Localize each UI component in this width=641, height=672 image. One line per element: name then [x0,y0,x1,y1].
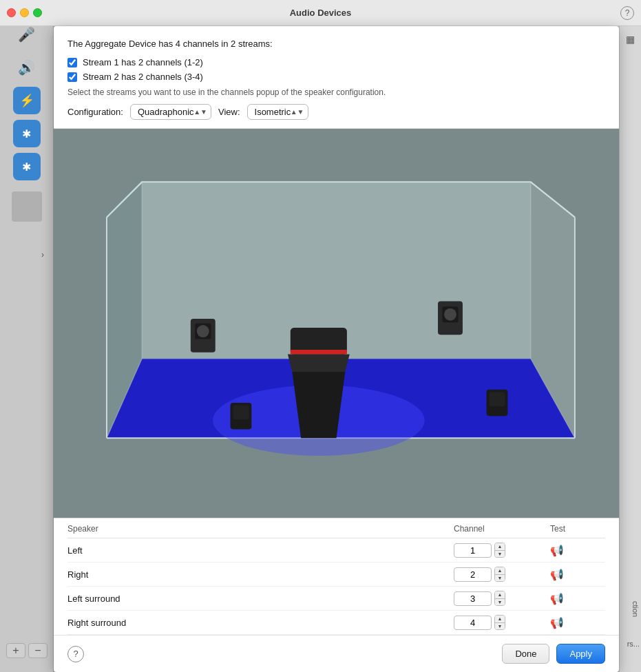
svg-point-23 [197,325,209,337]
table-header-row: Speaker Channel Test [67,518,605,538]
device-thumbnail [12,191,42,222]
view-select-wrapper: Isometric Top Front Side ▲▼ [247,104,308,120]
channel-up-left-surround[interactable]: ▲ [495,591,505,599]
config-row: Configuration: Quadraphonic Stereo 5.1 S… [67,104,605,120]
sidebar-controls: + − [0,643,54,658]
sidebar: 🎤 🔊 ⚡ ✱ ✱ + − [0,0,54,672]
action-buttons: Done Apply [502,644,605,664]
titlebar-help-button[interactable]: ? [620,6,634,20]
apply-button[interactable]: Apply [556,644,605,664]
table-row: Right ▲ ▼ 📢 [67,563,605,587]
svg-rect-20 [291,350,347,354]
stream2-label: Stream 2 has 2 channels (3-4) [83,72,203,82]
dialog-help-button[interactable]: ? [67,646,84,662]
channel-stepper-left: ▲ ▼ [454,543,550,558]
channel-input-right[interactable] [454,567,492,582]
channel-stepper-left-surround: ▲ ▼ [454,591,550,606]
maximize-button[interactable] [33,8,42,17]
channel-stepper-control-right[interactable]: ▲ ▼ [494,567,505,582]
table-row: Left surround ▲ ▼ 📢 [67,587,605,611]
channel-down-left-surround[interactable]: ▼ [495,599,505,606]
dialog-header-section: The Aggregate Device has 4 channels in 2… [54,26,619,129]
test-speaker-left[interactable]: 📢 [550,545,564,556]
test-cell-right-surround: 📢 [550,616,605,629]
channel-cell-right: ▲ ▼ [454,567,550,582]
close-button[interactable] [7,8,16,17]
speaker-name-left-surround: Left surround [67,594,454,604]
aggregate-device-info: The Aggregate Device has 4 channels in 2… [67,39,605,49]
remove-device-button[interactable]: − [28,643,48,658]
channel-up-right[interactable]: ▲ [495,567,505,575]
channel-up-right-surround[interactable]: ▲ [495,616,505,623]
channel-input-left-surround[interactable] [454,591,492,606]
sidebar-icon-usb[interactable]: ⚡ [13,87,41,114]
sidebar-icon-speaker[interactable]: 🔊 [13,54,41,81]
channel-stepper-control-left-surround[interactable]: ▲ ▼ [494,591,505,606]
speaker-visualization [54,129,619,518]
expand-arrow-icon[interactable]: › [41,250,44,260]
speaker-name-right: Right [67,569,454,580]
svg-marker-16 [292,372,345,438]
window-title: Audio Devices [290,8,352,18]
rs-label: rs... [627,640,640,648]
window-controls [7,8,42,17]
table-row: Left ▲ ▼ 📢 [67,538,605,563]
config-label: Configuration: [67,107,123,117]
room-3d-svg [54,129,619,518]
done-button[interactable]: Done [502,644,549,664]
stream1-row: Stream 1 has 2 channels (1-2) [67,57,605,67]
main-dialog: The Aggregate Device has 4 channels in 2… [54,26,619,672]
stream2-row: Stream 2 has 2 channels (3-4) [67,72,605,82]
channel-stepper-right: ▲ ▼ [454,567,550,582]
speaker-name-right-surround: Right surround [67,618,454,628]
svg-rect-30 [489,392,505,407]
speaker-column-header: Speaker [67,524,454,534]
action-label: ction [631,601,640,617]
test-speaker-right[interactable]: 📢 [550,569,564,580]
channel-column-header: Channel [454,524,550,534]
sidebar-icon-bt2[interactable]: ✱ [13,153,41,180]
dialog-footer: ? Done Apply [54,635,619,672]
table-row: Right surround ▲ ▼ 📢 [67,611,605,635]
channel-up-left[interactable]: ▲ [495,543,505,551]
test-speaker-left-surround[interactable]: 📢 [550,593,564,605]
test-column-header: Test [550,524,605,534]
configuration-select-wrapper: Quadraphonic Stereo 5.1 Surround 7.1 Sur… [130,104,211,120]
grid-view-icon[interactable]: ▦ [623,32,638,47]
sidebar-icon-bt1[interactable]: ✱ [13,120,41,147]
speaker-name-left: Left [67,545,454,556]
channel-cell-left: ▲ ▼ [454,543,550,558]
add-device-button[interactable]: + [6,643,25,658]
stream1-checkbox[interactable] [67,58,77,67]
channel-stepper-right-surround: ▲ ▼ [454,615,550,630]
stream-hint-text: Select the streams you want to use in th… [67,87,605,97]
minimize-button[interactable] [20,8,29,17]
test-cell-left: 📢 [550,544,605,557]
test-speaker-right-surround[interactable]: 📢 [550,617,564,629]
view-label: View: [218,107,240,117]
channel-stepper-control-left[interactable]: ▲ ▼ [494,543,505,558]
test-cell-left-surround: 📢 [550,592,605,605]
channel-cell-right-surround: ▲ ▼ [454,615,550,630]
channel-down-left[interactable]: ▼ [495,551,505,558]
titlebar: Audio Devices ? [0,0,641,26]
stream1-label: Stream 1 has 2 channels (1-2) [83,57,203,67]
channel-down-right[interactable]: ▼ [495,575,505,582]
view-select[interactable]: Isometric Top Front Side [247,104,308,120]
svg-point-26 [444,308,456,321]
channel-input-left[interactable] [454,543,492,558]
stream2-checkbox[interactable] [67,72,77,82]
channel-stepper-control-right-surround[interactable]: ▲ ▼ [494,615,505,630]
svg-rect-28 [233,406,249,420]
speaker-channel-table: Speaker Channel Test Left ▲ ▼ [54,518,619,635]
test-cell-right: 📢 [550,568,605,581]
configuration-select[interactable]: Quadraphonic Stereo 5.1 Surround 7.1 Sur… [130,104,211,120]
channel-cell-left-surround: ▲ ▼ [454,591,550,606]
right-panel-strip: ▦ ction rs... [619,26,641,672]
svg-marker-17 [288,354,350,372]
channel-down-right-surround[interactable]: ▼ [495,623,505,630]
channel-input-right-surround[interactable] [454,616,492,630]
